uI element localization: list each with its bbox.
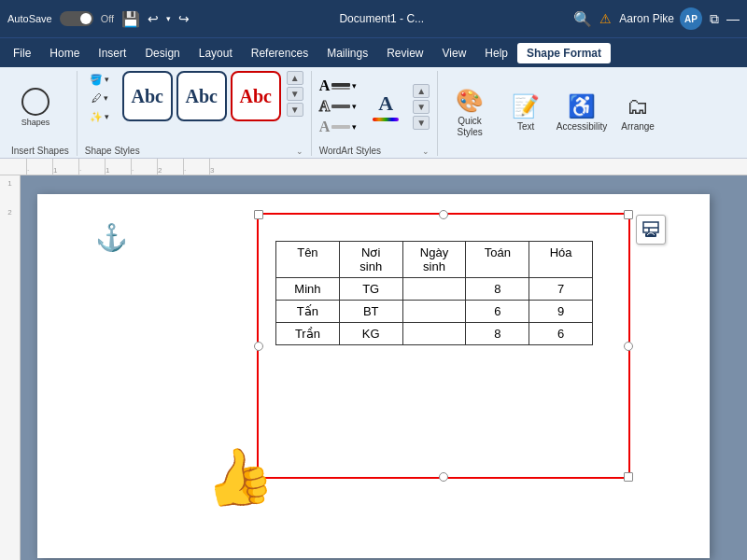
menu-references[interactable]: References: [242, 43, 317, 63]
avatar[interactable]: AP: [680, 7, 702, 30]
menu-insert[interactable]: Insert: [89, 43, 135, 63]
text-fill-button[interactable]: A ▾: [319, 77, 358, 94]
dropdown-arrow3[interactable]: ▾: [105, 112, 109, 121]
shape-style-up[interactable]: ▲: [287, 71, 303, 85]
col-noi-sinh: Nơisinh: [339, 242, 402, 278]
handle-mid-right[interactable]: [624, 342, 633, 351]
table-row: Tấn BT 6 9: [276, 301, 593, 323]
menu-view[interactable]: View: [433, 43, 476, 63]
abc-style-1[interactable]: Abc: [122, 71, 173, 121]
cell-hoa-2: 9: [529, 301, 593, 323]
ruler-mark-0: ·: [26, 159, 52, 175]
autosave-toggle[interactable]: [60, 11, 93, 26]
arrange-button[interactable]: 🗂 Arrange: [613, 82, 662, 144]
ribbon-shape-styles: 🪣 ▾ 🖊 ▾ ✨ ▾ Abc Abc Abc: [81, 71, 312, 156]
ribbon-insert-shapes: Shapes Insert Shapes: [7, 71, 78, 156]
cell-ten-2: Tấn: [276, 301, 340, 323]
shape-style-expand[interactable]: ▼: [287, 103, 303, 117]
shape-oval-button[interactable]: Shapes: [11, 83, 60, 132]
ruler: · 1 · 1 · 2 · 3: [0, 159, 747, 175]
effects-icon: ✨: [90, 111, 103, 123]
menu-file[interactable]: File: [4, 43, 40, 63]
dropdown-arrow2[interactable]: ▾: [104, 93, 108, 103]
save-icon[interactable]: 💾: [121, 10, 140, 28]
cell-ten-1: Minh: [276, 278, 340, 301]
ruler-marks: · 1 · 1 · 2 · 3: [26, 159, 235, 175]
col-ngay-sinh: Ngàysinh: [402, 242, 466, 278]
shape-outline-button[interactable]: 🖊 ▾: [85, 90, 115, 106]
menu-help[interactable]: Help: [475, 43, 517, 63]
insert-shapes-content: Shapes: [11, 71, 60, 144]
handle-top-mid[interactable]: [439, 210, 448, 219]
cell-noi-3: KG: [339, 323, 402, 345]
shape-effects-button[interactable]: ✨ ▾: [85, 108, 115, 125]
handle-bot-right[interactable]: [624, 472, 633, 482]
text-effects-arrow[interactable]: ▾: [352, 122, 357, 132]
layout-options-icon[interactable]: [636, 215, 666, 245]
user-name: Aaron Pike: [619, 12, 674, 25]
col-ten: Tên: [276, 242, 340, 278]
wordart-up[interactable]: ▲: [413, 84, 430, 98]
text-effects-button[interactable]: A ▾: [319, 119, 358, 135]
menu-review[interactable]: Review: [377, 43, 432, 63]
user-area: Aaron Pike AP: [619, 7, 702, 30]
ruler-mark-1: 1: [52, 159, 78, 175]
abc-style-2[interactable]: Abc: [176, 71, 227, 121]
cell-ngay-1: [402, 278, 466, 301]
text-outline-button[interactable]: A ▾: [319, 98, 358, 115]
minimize-icon[interactable]: —: [726, 11, 740, 26]
page: ⚓: [37, 194, 710, 558]
menu-mailings[interactable]: Mailings: [317, 43, 377, 63]
cell-hoa-3: 6: [529, 323, 593, 345]
dropdown-arrow[interactable]: ▾: [105, 75, 109, 84]
shape-style-down[interactable]: ▼: [287, 87, 303, 101]
text-effects-a-icon: A: [319, 119, 331, 135]
wordart-expand[interactable]: ▼: [413, 116, 430, 130]
text-fill-arrow[interactable]: ▾: [352, 81, 357, 91]
shape-fill-button[interactable]: 🪣 ▾: [85, 71, 115, 88]
data-table: Tên Nơisinh Ngàysinh Toán Hóa Minh TG 8 …: [275, 241, 593, 345]
autosave-label: AutoSave: [7, 13, 52, 24]
abc-style-3[interactable]: Abc: [231, 71, 281, 121]
ruler-mark-3: 1: [105, 159, 131, 175]
col-toan: Toán: [466, 242, 529, 278]
title-bar: AutoSave Off 💾 ↩ ▾ ↪ Document1 - C... 🔍 …: [0, 0, 747, 37]
handle-top-right[interactable]: [624, 210, 633, 219]
handle-mid-left[interactable]: [254, 342, 263, 351]
wordart-expand-btn[interactable]: ⌄: [422, 147, 430, 156]
text-button[interactable]: 📝 Text: [501, 82, 550, 144]
shape-fill-buttons: 🪣 ▾ 🖊 ▾ ✨ ▾: [85, 71, 115, 125]
cell-ngay-2: [402, 301, 466, 323]
outline-icon: 🖊: [92, 92, 102, 104]
handle-bot-mid[interactable]: [439, 472, 448, 482]
shape-styles-expand[interactable]: ⌄: [296, 147, 303, 156]
table-container: Tên Nơisinh Ngàysinh Toán Hóa Minh TG 8 …: [275, 241, 612, 345]
menu-shape-format[interactable]: Shape Format: [517, 43, 611, 63]
redo-icon[interactable]: ↪: [178, 11, 190, 26]
table-header-row: Tên Nơisinh Ngàysinh Toán Hóa: [276, 242, 593, 278]
wordart-a-icon: A: [378, 91, 393, 116]
undo-dropdown-icon[interactable]: ▾: [166, 14, 171, 23]
quick-styles-button[interactable]: 🎨 Quick Styles: [445, 82, 494, 144]
accessibility-button[interactable]: ♿ Accessibility: [557, 82, 606, 144]
warning-icon: ⚠: [599, 11, 612, 26]
text-outline-color: [331, 105, 350, 108]
doc-area: 1 2 ⚓: [0, 175, 747, 560]
menu-home[interactable]: Home: [40, 43, 89, 63]
wordart-styles-label: WordArt Styles ⌄: [319, 144, 430, 156]
handle-top-left[interactable]: [254, 210, 263, 219]
wordart-down[interactable]: ▼: [413, 100, 430, 114]
insert-shapes-label: Insert Shapes: [11, 144, 69, 156]
wordart-style-btn[interactable]: A: [364, 91, 407, 121]
ruler-mark-6: ·: [183, 159, 209, 175]
window-restore-icon[interactable]: ⧉: [710, 11, 719, 27]
menu-design[interactable]: Design: [135, 43, 189, 63]
undo-icon[interactable]: ↩: [148, 11, 159, 26]
ruler-mark-5: 2: [157, 159, 183, 175]
text-outline-arrow[interactable]: ▾: [352, 102, 357, 111]
search-icon[interactable]: 🔍: [573, 10, 592, 28]
anchor-icon: ⚓: [95, 222, 128, 253]
menu-layout[interactable]: Layout: [190, 43, 242, 63]
accessibility-icon: ♿: [568, 93, 596, 119]
ribbon-actions: 🎨 Quick Styles 📝 Text ♿ Accessibility 🗂 …: [442, 71, 669, 156]
